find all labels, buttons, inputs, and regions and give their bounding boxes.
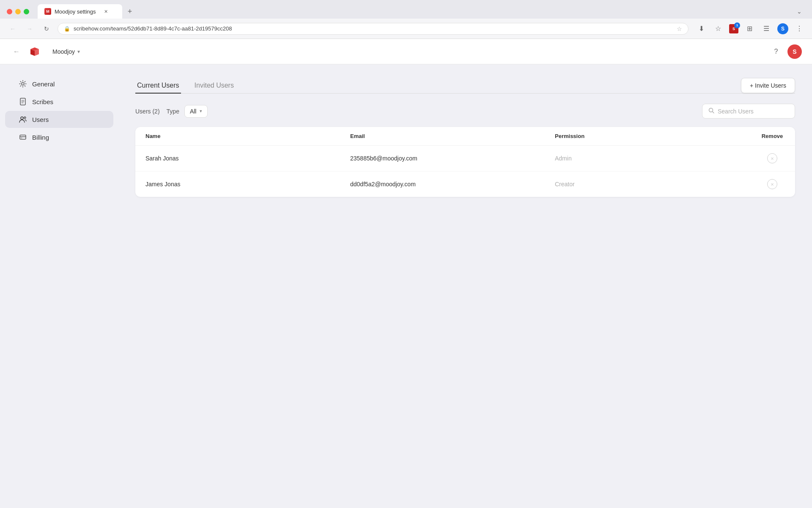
col-header-name: Name xyxy=(145,133,350,139)
type-label: Type xyxy=(167,108,179,115)
extension-badge: 1 xyxy=(734,22,740,28)
gear-icon xyxy=(19,80,27,88)
sidebar-item-billing[interactable]: Billing xyxy=(5,129,113,146)
workspace-name: Moodjoy xyxy=(52,48,75,55)
tab-current-users[interactable]: Current Users xyxy=(135,78,181,94)
remove-user-button-1[interactable]: × xyxy=(767,153,777,163)
tab-invited-users[interactable]: Invited Users xyxy=(193,78,236,94)
chrome-profile-button[interactable]: S xyxy=(777,23,788,34)
app-header: ← Moodjoy ▾ ? S xyxy=(0,39,812,64)
sidebar-item-general[interactable]: General xyxy=(5,75,113,92)
billing-icon xyxy=(19,133,27,141)
svg-line-12 xyxy=(713,112,714,113)
sidebar: General Scribes xyxy=(0,64,118,508)
scribes-icon xyxy=(19,97,27,106)
refresh-button[interactable]: ↻ xyxy=(41,23,52,35)
svg-point-1 xyxy=(22,83,24,85)
table-row: James Jonas dd0df5a2@moodjoy.com Creator… xyxy=(135,171,795,197)
remove-cell-2: × xyxy=(760,179,785,189)
browser-tab-active[interactable]: M Moodjoy settings ✕ xyxy=(38,4,122,19)
svg-point-7 xyxy=(24,117,26,119)
tab-favicon: M xyxy=(44,8,51,15)
svg-point-6 xyxy=(21,117,23,119)
col-header-remove: Remove xyxy=(760,133,785,139)
forward-button[interactable]: → xyxy=(24,23,36,35)
sidebar-item-label-scribes: Scribes xyxy=(32,98,53,105)
invite-users-button[interactable]: + Invite Users xyxy=(741,78,795,93)
remove-cell-1: × xyxy=(760,153,785,163)
workspace-chevron-icon: ▾ xyxy=(77,49,80,55)
user-permission-2: Creator xyxy=(555,181,760,188)
workspace-selector[interactable]: Moodjoy ▾ xyxy=(48,46,84,58)
content-tabs-row: Current Users Invited Users + Invite Use… xyxy=(135,78,795,94)
tab-title: Moodjoy settings xyxy=(55,8,96,15)
browser-navbar: ← → ↻ 🔒 scribehow.com/teams/52d6db71-8d8… xyxy=(0,19,812,39)
user-email-1: 235885b6@moodjoy.com xyxy=(350,155,555,162)
user-avatar[interactable]: S xyxy=(787,44,802,59)
puzzle-icon[interactable]: ⊞ xyxy=(743,23,755,35)
tab-close-button[interactable]: ✕ xyxy=(103,8,110,15)
users-table: Name Email Permission Remove Sarah Jonas… xyxy=(135,127,795,197)
star-icon[interactable]: ☆ xyxy=(712,23,724,35)
sidebar-item-scribes[interactable]: Scribes xyxy=(5,93,113,110)
sidebar-item-label-billing: Billing xyxy=(32,134,49,141)
remove-user-button-2[interactable]: × xyxy=(767,179,777,189)
browser-chrome: M Moodjoy settings ✕ + ⌄ ← → ↻ 🔒 scribeh… xyxy=(0,0,812,39)
lock-icon: 🔒 xyxy=(64,26,70,32)
svg-rect-8 xyxy=(20,135,26,139)
maximize-window-button[interactable] xyxy=(24,9,29,14)
address-bar[interactable]: 🔒 scribehow.com/teams/52d6db71-8d89-4c7c… xyxy=(58,23,689,35)
help-button[interactable]: ? xyxy=(770,45,782,58)
browser-settings-icon[interactable]: ☰ xyxy=(760,23,772,35)
type-select-value: All xyxy=(190,108,197,115)
download-icon[interactable]: ⬇ xyxy=(695,23,707,35)
new-tab-button[interactable]: + xyxy=(124,6,136,17)
sidebar-item-users[interactable]: Users xyxy=(5,111,113,128)
user-name-2: James Jonas xyxy=(145,181,350,188)
bookmark-icon[interactable]: ☆ xyxy=(677,25,682,32)
table-row: Sarah Jonas 235885b6@moodjoy.com Admin × xyxy=(135,146,795,171)
type-select[interactable]: All ▾ xyxy=(184,105,208,118)
users-icon xyxy=(19,115,27,124)
user-permission-1: Admin xyxy=(555,155,760,162)
col-header-permission: Permission xyxy=(555,133,760,139)
content-area: Current Users Invited Users + Invite Use… xyxy=(118,64,812,508)
col-header-email: Email xyxy=(350,133,555,139)
search-input[interactable] xyxy=(718,108,789,115)
traffic-lights xyxy=(7,9,29,14)
browser-expand-icon[interactable]: ⌄ xyxy=(793,6,805,17)
user-name-1: Sarah Jonas xyxy=(145,155,350,162)
table-header: Name Email Permission Remove xyxy=(135,127,795,146)
users-count-label: Users (2) xyxy=(135,108,160,115)
address-text: scribehow.com/teams/52d6db71-8d89-4c7c-a… xyxy=(74,25,673,32)
sidebar-item-label-users: Users xyxy=(32,116,49,123)
search-icon xyxy=(708,108,714,115)
app-logo xyxy=(28,45,41,58)
tabs-bar: M Moodjoy settings ✕ + xyxy=(38,4,790,19)
app-layout: ← Moodjoy ▾ ? S xyxy=(0,39,812,508)
extension-icon[interactable]: S 1 xyxy=(729,24,738,33)
close-window-button[interactable] xyxy=(7,9,12,14)
select-chevron-icon: ▾ xyxy=(200,108,202,114)
header-back-button[interactable]: ← xyxy=(10,45,23,58)
main-content: General Scribes xyxy=(0,64,812,508)
more-options-icon[interactable]: ⋮ xyxy=(793,23,805,35)
sidebar-item-label-general: General xyxy=(32,80,55,88)
user-email-2: dd0df5a2@moodjoy.com xyxy=(350,181,555,188)
search-box xyxy=(702,104,795,119)
browser-titlebar: M Moodjoy settings ✕ + ⌄ xyxy=(0,0,812,19)
browser-nav-actions: ⬇ ☆ S 1 ⊞ ☰ S ⋮ xyxy=(695,23,805,35)
back-button[interactable]: ← xyxy=(7,23,19,35)
filter-row: Users (2) Type All ▾ xyxy=(135,104,795,119)
minimize-window-button[interactable] xyxy=(15,9,21,14)
